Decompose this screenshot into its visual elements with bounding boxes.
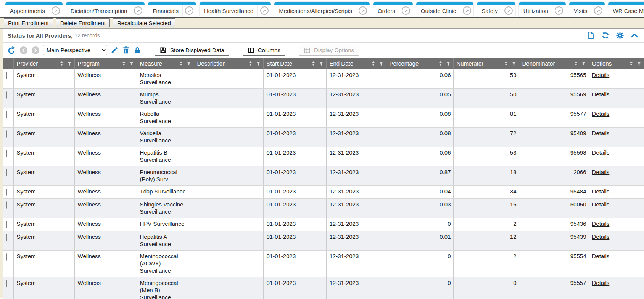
- status-bar: Status for All Providers, 12 records: [3, 29, 644, 43]
- sort-icon[interactable]: [573, 61, 578, 66]
- row-checkbox[interactable]: [6, 234, 7, 241]
- filter-icon[interactable]: [186, 61, 192, 66]
- launch-icon[interactable]: ↗: [460, 5, 473, 17]
- delete-enrollment-button[interactable]: Delete Enrollment: [56, 18, 110, 27]
- tab-visits[interactable]: Visits ↗: [569, 2, 605, 17]
- launch-icon[interactable]: ↗: [399, 5, 413, 17]
- row-checkbox[interactable]: [6, 169, 7, 176]
- filter-icon[interactable]: [67, 61, 72, 66]
- row-checkbox[interactable]: [6, 201, 7, 209]
- enrollment-action-bar: Print EnrollmentDelete EnrollmentRecalcu…: [0, 18, 644, 29]
- sort-icon[interactable]: [121, 61, 126, 66]
- filter-icon[interactable]: [378, 61, 384, 66]
- tab-orders[interactable]: Orders ↗: [373, 2, 413, 17]
- collapse-up-icon[interactable]: [630, 31, 639, 40]
- column-header-percentage[interactable]: Percentage: [386, 58, 453, 69]
- row-checkbox[interactable]: [6, 253, 7, 261]
- sort-icon[interactable]: [629, 61, 634, 66]
- column-header-description[interactable]: Description: [194, 58, 263, 69]
- columns-button[interactable]: Columns: [243, 45, 285, 56]
- row-checkbox[interactable]: [6, 280, 7, 287]
- filter-icon[interactable]: [319, 61, 324, 66]
- column-label: Program: [78, 60, 100, 67]
- column-label: Options: [592, 60, 612, 67]
- perspective-select[interactable]: Main Perspective: [43, 45, 107, 55]
- tab-dictation-transcription[interactable]: Dictation/Transcription ↗: [66, 2, 145, 17]
- edit-perspective-icon[interactable]: [111, 46, 119, 54]
- tab-financials[interactable]: Financials ↗: [148, 2, 196, 17]
- launch-icon[interactable]: ↗: [591, 5, 605, 17]
- delete-perspective-icon[interactable]: [122, 46, 130, 54]
- launch-icon[interactable]: ↗: [552, 5, 566, 17]
- details-link[interactable]: Details: [592, 110, 610, 117]
- filter-icon[interactable]: [581, 61, 586, 66]
- column-header-end-date[interactable]: End Date: [326, 58, 386, 69]
- row-checkbox[interactable]: [6, 189, 7, 196]
- tab-utilization[interactable]: Utilization ↗: [519, 2, 566, 17]
- launch-icon[interactable]: ↗: [502, 5, 515, 17]
- page-title: Status for All Providers,: [8, 32, 72, 39]
- details-link[interactable]: Details: [592, 188, 610, 195]
- column-header-numerator[interactable]: Numerator: [453, 58, 519, 69]
- provider-cell: System: [13, 147, 74, 166]
- tab-safety[interactable]: Safety ↗: [477, 2, 515, 17]
- row-checkbox[interactable]: [6, 91, 7, 99]
- details-link[interactable]: Details: [592, 201, 610, 208]
- sort-icon[interactable]: [311, 61, 316, 66]
- print-enrollment-button[interactable]: Print Enrollment: [4, 18, 53, 27]
- row-checkbox[interactable]: [6, 150, 7, 157]
- sort-icon[interactable]: [371, 61, 376, 66]
- launch-icon[interactable]: ↗: [356, 5, 370, 17]
- gear-icon[interactable]: [616, 31, 624, 40]
- filter-icon[interactable]: [129, 61, 134, 66]
- recalculate-selected-button[interactable]: Recalculate Selected: [113, 18, 175, 27]
- tab-medications-allergies-scripts[interactable]: Medications/Allergies/Scripts ↗: [274, 2, 370, 17]
- sort-icon[interactable]: [248, 61, 253, 66]
- sort-icon[interactable]: [59, 61, 64, 66]
- nav-forward-icon[interactable]: [31, 46, 40, 54]
- tab-wr-case-mgmt[interactable]: WR Case Mgmt ↗: [608, 2, 644, 17]
- lock-perspective-icon[interactable]: [134, 46, 141, 54]
- launch-arrow: ↗: [594, 6, 602, 15]
- details-link[interactable]: Details: [592, 253, 610, 259]
- row-checkbox[interactable]: [6, 130, 7, 138]
- filter-icon[interactable]: [446, 61, 451, 66]
- filter-icon[interactable]: [636, 61, 642, 66]
- details-link[interactable]: Details: [592, 91, 610, 98]
- nav-back-icon[interactable]: [19, 46, 28, 54]
- tab-outside-clinic[interactable]: Outside Clinic ↗: [416, 2, 474, 17]
- column-header-program[interactable]: Program: [74, 58, 137, 69]
- column-header-provider[interactable]: Provider: [13, 58, 74, 69]
- details-link[interactable]: Details: [592, 233, 610, 240]
- tab-appointments[interactable]: Appointments ↗: [5, 2, 63, 17]
- filter-icon[interactable]: [511, 61, 517, 66]
- sort-icon[interactable]: [504, 61, 509, 66]
- details-link[interactable]: Details: [592, 280, 610, 286]
- launch-icon[interactable]: ↗: [49, 5, 63, 17]
- details-link[interactable]: Details: [592, 169, 610, 175]
- launch-icon[interactable]: ↗: [131, 5, 145, 17]
- column-header-measure[interactable]: Measure: [137, 58, 194, 69]
- undo-icon[interactable]: [7, 46, 16, 55]
- new-document-icon[interactable]: [587, 31, 595, 40]
- details-link[interactable]: Details: [592, 149, 610, 156]
- column-header-denominator[interactable]: Denominator: [519, 58, 589, 69]
- provider-cell: System: [13, 218, 74, 231]
- filter-icon[interactable]: [256, 61, 261, 66]
- sort-icon[interactable]: [179, 61, 184, 66]
- tab-health-surveillance[interactable]: Health Surveillance ↗: [200, 2, 271, 17]
- row-checkbox[interactable]: [6, 221, 7, 228]
- row-checkbox[interactable]: [6, 111, 7, 118]
- store-displayed-data-button[interactable]: Store Displayed Data: [155, 45, 229, 56]
- details-link[interactable]: Details: [592, 130, 610, 136]
- refresh-icon[interactable]: [601, 31, 610, 40]
- sort-icon[interactable]: [438, 61, 443, 66]
- start-date-cell: 01-01-2023: [263, 218, 326, 231]
- row-checkbox[interactable]: [6, 72, 7, 79]
- details-link[interactable]: Details: [592, 72, 610, 78]
- details-link[interactable]: Details: [592, 221, 610, 227]
- column-header-options[interactable]: Options: [589, 58, 644, 69]
- launch-icon[interactable]: ↗: [257, 5, 271, 17]
- column-header-start-date[interactable]: Start Date: [263, 58, 326, 69]
- launch-icon[interactable]: ↗: [182, 5, 196, 17]
